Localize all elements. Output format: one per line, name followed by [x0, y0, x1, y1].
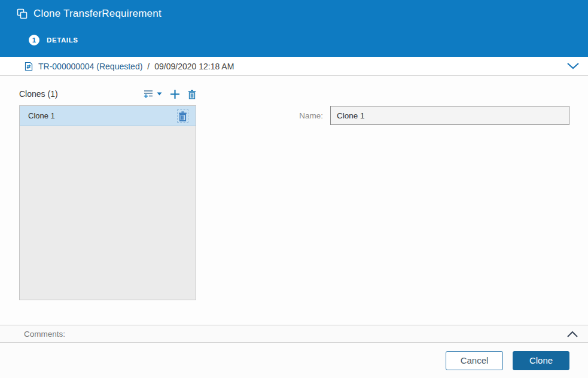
breadcrumb: TR-000000004 (Requested) / 09/09/2020 12…: [0, 57, 588, 76]
clone-button[interactable]: Clone: [513, 351, 569, 370]
name-input[interactable]: [330, 106, 569, 125]
delete-clone-button[interactable]: [188, 89, 196, 99]
list-item-clone-1[interactable]: Clone 1: [20, 106, 196, 126]
transfer-requirement-icon: [24, 62, 33, 71]
object-link[interactable]: TR-000000004 (Requested): [38, 62, 142, 71]
name-label: Name:: [275, 111, 323, 120]
comments-label: Comments:: [24, 330, 65, 339]
dialog-title: Clone TransferRequirement: [33, 8, 162, 20]
clone-icon: [17, 8, 28, 19]
wizard-step-details[interactable]: 1 DETAILS: [29, 34, 78, 45]
dialog-header: Clone TransferRequirement 1 DETAILS: [0, 0, 588, 57]
clone-dialog: Clone TransferRequirement 1 DETAILS TR-0…: [0, 0, 588, 378]
chevron-up-icon[interactable]: [566, 331, 578, 338]
cancel-button[interactable]: Cancel: [446, 351, 503, 370]
header-title-row: Clone TransferRequirement: [17, 6, 162, 22]
step-number-badge: 1: [29, 35, 39, 45]
clones-panel-header: Clones (1): [19, 87, 196, 101]
breadcrumb-separator: /: [147, 62, 150, 71]
clones-toolbar: [144, 89, 196, 99]
name-field-group: Name:: [275, 106, 569, 125]
clone-row-label: Clone 1: [28, 111, 55, 120]
plus-icon: [170, 89, 180, 99]
clones-panel-title: Clones (1): [19, 89, 58, 99]
trash-icon: [188, 89, 196, 99]
chevron-down-icon[interactable]: [566, 62, 580, 70]
add-rows-dropdown-button[interactable]: [144, 89, 162, 99]
dialog-footer: Cancel Clone: [0, 343, 588, 378]
object-timestamp: 09/09/2020 12:18 AM: [154, 62, 234, 71]
caret-down-icon: [157, 92, 162, 96]
add-clone-button[interactable]: [170, 89, 180, 99]
add-rows-icon: [144, 89, 154, 99]
trash-icon: [178, 111, 187, 121]
comments-section-header[interactable]: Comments:: [0, 325, 588, 343]
step-label: DETAILS: [47, 36, 78, 44]
clones-list: Clone 1: [19, 105, 196, 300]
row-delete-button[interactable]: [177, 109, 188, 123]
